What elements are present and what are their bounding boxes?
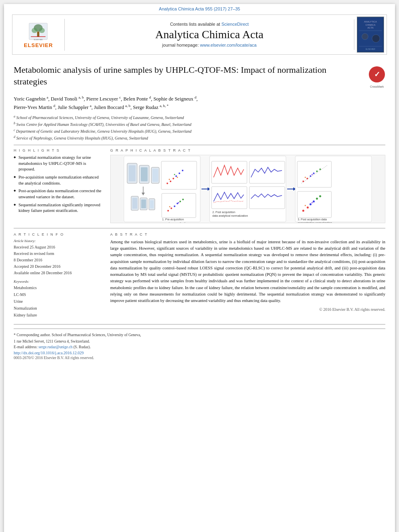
affil-c: c Department of Genetic and Laboratory M… bbox=[14, 128, 385, 134]
svg-text:ELSEVIER: ELSEVIER bbox=[34, 39, 43, 41]
available-date: Available online 28 December 2016 bbox=[14, 270, 102, 276]
affil-b: b Swiss Centre for Applied Human Toxicol… bbox=[14, 121, 385, 127]
keyword-5: Kidney failure bbox=[14, 312, 102, 318]
citation-bar: Analytica Chimica Acta 955 (2017) 27–35 bbox=[4, 4, 395, 13]
keyword-1: Metabolomics bbox=[14, 284, 102, 291]
abstract-col: A B S T R A C T Among the various biolog… bbox=[110, 232, 385, 318]
article-content: Metabolomic analysis of urine samples by… bbox=[4, 55, 395, 366]
abstract-text: Among the various biological matrices us… bbox=[110, 239, 385, 304]
svg-rect-4 bbox=[37, 31, 39, 37]
svg-text:CHIMICA: CHIMICA bbox=[366, 24, 376, 26]
highlights-header: H I G H L I G H T S bbox=[14, 148, 102, 152]
divider-3 bbox=[14, 324, 385, 325]
svg-point-48 bbox=[174, 205, 175, 207]
article-title: Metabolomic analysis of urine samples by… bbox=[14, 64, 327, 87]
revised-date: 8 December 2016 bbox=[14, 257, 102, 263]
svg-point-80 bbox=[307, 206, 309, 208]
doi-link[interactable]: http://dx.doi.org/10.1016/j.aca.2016.12.… bbox=[14, 351, 385, 355]
journal-header: ELSEVIER ELSEVIER Contents lists availab… bbox=[12, 14, 387, 55]
homepage-link[interactable]: www.elsevier.com/locate/aca bbox=[200, 43, 257, 47]
crossmark-icon: ✓ bbox=[368, 66, 385, 83]
elsevier-tree-icon: ELSEVIER bbox=[26, 21, 50, 41]
svg-point-43 bbox=[174, 174, 175, 175]
affil-a: a School of Pharmaceutical Sciences, Uni… bbox=[14, 114, 385, 121]
graphical-abstract-image: 1. Pre-acquisition sample normalization bbox=[110, 155, 385, 223]
email-address[interactable]: serge.rudaz@unige.ch bbox=[39, 345, 73, 349]
svg-text:concentration normalization: concentration normalization bbox=[298, 222, 332, 223]
svg-text:sample normalization: sample normalization bbox=[162, 222, 189, 223]
svg-point-75 bbox=[305, 177, 306, 178]
svg-text:1. Pre-acquisition: 1. Pre-acquisition bbox=[162, 218, 184, 221]
authors-line: Yoric Gagnebin a, David Tonoli a, b, Pie… bbox=[14, 94, 385, 111]
svg-point-81 bbox=[310, 203, 312, 205]
svg-point-40 bbox=[179, 173, 180, 174]
svg-point-76 bbox=[312, 174, 313, 175]
svg-point-73 bbox=[316, 170, 318, 172]
svg-point-72 bbox=[313, 173, 315, 174]
highlight-item-2: Pre-acquisition sample normalization enh… bbox=[14, 175, 102, 186]
svg-point-51 bbox=[182, 199, 184, 200]
svg-rect-35 bbox=[161, 161, 197, 189]
footer-address: 1 rue Michel Servet, 1211 Geneva 4, Swit… bbox=[14, 339, 385, 344]
received-date: Received 25 August 2016 bbox=[14, 244, 102, 251]
abstract-header: A B S T R A C T bbox=[110, 232, 385, 236]
journal-cover-image: ANALYTICA CHIMICA ACTA ELSEVIER bbox=[357, 16, 384, 53]
issn-line: 0003-2670/© 2016 Elsevier B.V. All right… bbox=[14, 356, 385, 360]
svg-point-14 bbox=[372, 35, 380, 42]
svg-point-52 bbox=[169, 206, 171, 207]
svg-rect-78 bbox=[297, 191, 331, 218]
contents-available-text: Contents lists available at ScienceDirec… bbox=[69, 22, 350, 27]
svg-text:ELSEVIER: ELSEVIER bbox=[366, 48, 375, 50]
article-info-col: A R T I C L E I N F O Article history: R… bbox=[14, 232, 102, 318]
svg-point-46 bbox=[167, 210, 169, 212]
svg-text:3. Post acquisition data: 3. Post acquisition data bbox=[298, 218, 327, 221]
divider-1 bbox=[14, 145, 385, 145]
crossmark-badge[interactable]: ✓ CrossMark bbox=[368, 66, 385, 88]
svg-rect-45 bbox=[162, 193, 196, 218]
keywords-label: Keywords: bbox=[14, 279, 102, 283]
svg-rect-59 bbox=[212, 161, 247, 183]
svg-rect-30 bbox=[132, 198, 137, 209]
journal-cover-area: ANALYTICA CHIMICA ACTA ELSEVIER bbox=[354, 15, 387, 54]
svg-text:ANALYTICA: ANALYTICA bbox=[364, 21, 377, 23]
svg-point-49 bbox=[177, 203, 178, 204]
email-label: E-mail address: bbox=[14, 345, 37, 349]
cover-svg: ANALYTICA CHIMICA ACTA ELSEVIER bbox=[357, 16, 384, 53]
svg-rect-61 bbox=[249, 161, 285, 183]
accepted-date: Accepted 20 December 2016 bbox=[14, 263, 102, 270]
footer-email-line: E-mail address: serge.rudaz@unige.ch (S.… bbox=[14, 345, 385, 349]
copyright-line: © 2016 Elsevier B.V. All rights reserved… bbox=[110, 307, 385, 312]
homepage-text: journal homepage: www.elsevier.com/locat… bbox=[69, 43, 350, 47]
footer-section: * Corresponding author. School of Pharma… bbox=[14, 329, 385, 360]
sciencedirect-link[interactable]: ScienceDirect bbox=[221, 22, 249, 27]
graphical-abstract-col: G R A P H I C A L A B S T R A C T bbox=[110, 148, 385, 223]
svg-point-37 bbox=[170, 181, 171, 182]
svg-point-84 bbox=[319, 195, 321, 197]
svg-point-42 bbox=[169, 179, 170, 180]
elsevier-logo: ELSEVIER ELSEVIER bbox=[24, 21, 53, 48]
svg-point-53 bbox=[178, 202, 179, 203]
history-label: Article history: bbox=[14, 239, 102, 243]
highlight-item-4: Sequential normalization significantly i… bbox=[14, 202, 102, 214]
svg-text:2. Post acquisition: 2. Post acquisition bbox=[212, 211, 235, 214]
elsevier-logo-area: ELSEVIER ELSEVIER bbox=[12, 19, 65, 51]
svg-point-85 bbox=[305, 205, 306, 206]
svg-rect-32 bbox=[141, 199, 146, 208]
keyword-4: Normalization bbox=[14, 305, 102, 312]
svg-point-82 bbox=[313, 200, 315, 202]
article-dates: Received 25 August 2016 Received in revi… bbox=[14, 244, 102, 276]
svg-point-41 bbox=[182, 170, 183, 171]
corresponding-note: * Corresponding author. School of Pharma… bbox=[14, 332, 385, 338]
svg-point-13 bbox=[362, 33, 368, 40]
highlights-graphical-section: H I G H L I G H T S Sequential normaliza… bbox=[14, 148, 385, 223]
journal-name: Analytica Chimica Acta bbox=[69, 28, 350, 41]
elsevier-brand-text: ELSEVIER bbox=[24, 42, 53, 48]
article-info-abstract-section: A R T I C L E I N F O Article history: R… bbox=[14, 232, 385, 318]
svg-point-3 bbox=[39, 28, 45, 33]
keyword-2: LC-MS bbox=[14, 291, 102, 298]
svg-point-36 bbox=[167, 183, 168, 184]
received-revised-label: Received in revised form bbox=[14, 251, 102, 257]
svg-point-47 bbox=[171, 207, 172, 209]
svg-point-69 bbox=[302, 181, 304, 182]
keywords-list: Metabolomics LC-MS Urine Normalization K… bbox=[14, 284, 102, 318]
